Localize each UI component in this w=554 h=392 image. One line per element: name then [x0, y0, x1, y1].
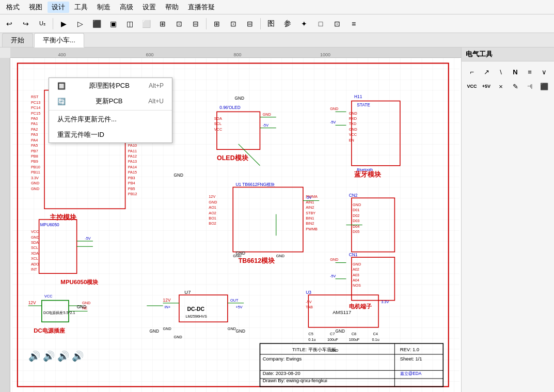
- svg-text:A03: A03: [353, 273, 359, 277]
- svg-text:SDA: SDA: [31, 240, 39, 245]
- svg-text:BO2: BO2: [209, 222, 216, 226]
- toolbar-btn-7[interactable]: ⊞: [155, 17, 170, 31]
- svg-text:A04: A04: [353, 278, 359, 283]
- menu-design[interactable]: 设计: [48, 2, 69, 13]
- menu-geши[interactable]: 格式: [2, 2, 24, 13]
- menu-advanced[interactable]: 高级: [116, 2, 137, 13]
- svg-text:+5V: +5V: [236, 305, 243, 309]
- toolbar-btn-2[interactable]: ▷: [73, 17, 87, 31]
- menu-bar: 格式 视图 设计 工具 制造 高级 设置 帮助 直播答疑: [0, 0, 554, 14]
- electrical-tools-grid: ⌐ ↗ \ N ≡ ∨ VCC +5V × ✎ ⊣| ⬛: [462, 61, 554, 97]
- toolbar: ↩ ↪ U₂ ▶ ▷ ⬛ ▣ ◫ ⬜ ⊞ ⊡ ⊟ ⊞ ⊡ ⊟ 图 参 ✦ □ ⊡…: [0, 14, 554, 33]
- svg-text:电机端子: 电机端子: [349, 303, 372, 309]
- toolbar-btn-1[interactable]: ▶: [56, 17, 71, 31]
- svg-text:GND: GND: [173, 335, 182, 339]
- toolbar-btn-6[interactable]: ⬜: [139, 17, 153, 31]
- svg-text:VCC: VCC: [31, 229, 39, 234]
- svg-text:TB6612模块: TB6612模块: [239, 257, 276, 264]
- tab-start[interactable]: 开始: [2, 33, 33, 47]
- menu-settings[interactable]: 设置: [138, 2, 160, 13]
- toolbar-search[interactable]: □: [313, 17, 328, 31]
- svg-text:GND: GND: [77, 304, 87, 309]
- toolbar-zoom[interactable]: ⊡: [226, 17, 241, 31]
- svg-text:GND: GND: [209, 200, 217, 205]
- svg-text:-5V: -5V: [306, 195, 311, 200]
- svg-text:D01: D01: [353, 208, 359, 212]
- canvas-area[interactable]: 400 600 800 1000: [0, 48, 461, 392]
- menu-view[interactable]: 视图: [25, 2, 46, 13]
- toolbar-btn-8[interactable]: ⊡: [172, 17, 186, 31]
- svg-text:VCC: VCC: [214, 127, 222, 132]
- elec-component[interactable]: ⬛: [538, 80, 550, 92]
- svg-text:嘉立@EDA: 嘉立@EDA: [400, 371, 422, 376]
- svg-text:TITLE: 平衡小车底板: TITLE: 平衡小车底板: [292, 347, 336, 352]
- toolbar-drc[interactable]: ✦: [297, 17, 311, 31]
- menu-live[interactable]: 直播答疑: [184, 2, 219, 13]
- svg-text:U1 TB6612FNG模块: U1 TB6612FNG模块: [236, 182, 275, 187]
- elec-wire[interactable]: ⌐: [466, 66, 478, 78]
- svg-text:GND: GND: [336, 328, 345, 334]
- elec-net[interactable]: N: [509, 66, 521, 78]
- svg-text:PC14: PC14: [31, 105, 40, 110]
- svg-text:C8: C8: [352, 332, 356, 336]
- svg-text:PA5: PA5: [31, 143, 38, 148]
- elec-pencil[interactable]: ✎: [509, 80, 521, 92]
- svg-text:AIN2: AIN2: [306, 205, 314, 210]
- elec-5v[interactable]: +5V: [480, 80, 493, 92]
- toolbar-grid[interactable]: ⊞: [210, 17, 224, 31]
- menu-tools[interactable]: 工具: [70, 2, 92, 13]
- toolbar-sep-2: [206, 18, 207, 29]
- svg-text:PA1: PA1: [31, 121, 38, 126]
- svg-text:D02: D02: [353, 213, 359, 218]
- menu-schematic-to-pcb[interactable]: 🔲 原理图转PCB Alt+P: [49, 78, 172, 93]
- toolbar-schematic[interactable]: 图: [264, 17, 278, 31]
- toolbar-btn-3[interactable]: ⬛: [89, 17, 104, 31]
- svg-text:GND: GND: [173, 173, 183, 178]
- svg-text:TAB: TAB: [306, 305, 313, 309]
- elec-pin[interactable]: ⊣|: [524, 80, 536, 92]
- svg-text:PB10: PB10: [31, 165, 40, 169]
- svg-text:PA11: PA11: [128, 149, 137, 153]
- toolbar-u2[interactable]: U₂: [35, 17, 50, 31]
- toolbar-netlist[interactable]: 参: [280, 17, 295, 31]
- toolbar-undo[interactable]: ↩: [2, 17, 17, 31]
- svg-text:GND: GND: [353, 202, 361, 207]
- toolbar-fit[interactable]: ⊟: [243, 17, 257, 31]
- toolbar-more[interactable]: ≡: [346, 17, 361, 31]
- svg-text:0.96'OLED: 0.96'OLED: [219, 105, 240, 110]
- svg-text:DC电源插座5.5*2.1: DC电源插座5.5*2.1: [43, 310, 75, 315]
- svg-text:BIN1: BIN1: [306, 216, 314, 221]
- elec-line[interactable]: \: [495, 66, 507, 78]
- toolbar-export[interactable]: ⊡: [330, 17, 344, 31]
- menu-update-pcb[interactable]: 🔄 更新PCB Alt+U: [49, 93, 172, 109]
- right-panel: 电气工具 ⌐ ↗ \ N ≡ ∨ VCC +5V × ✎ ⊣| ⬛: [461, 48, 554, 392]
- elec-vcc[interactable]: VCC: [466, 80, 478, 92]
- svg-text:PA3: PA3: [31, 132, 38, 137]
- svg-text:STATE: STATE: [357, 102, 370, 107]
- svg-text:PB8: PB8: [31, 154, 38, 159]
- design-dropdown-menu: 🔲 原理图转PCB Alt+P 🔄 更新PCB Alt+U 从元件库更新元件..…: [49, 77, 172, 143]
- toolbar-sep-3: [260, 18, 261, 29]
- svg-text:12V: 12V: [163, 297, 171, 303]
- toolbar-redo[interactable]: ↪: [19, 17, 33, 31]
- menu-reset-uid[interactable]: 重置元件唯一ID: [49, 127, 172, 143]
- toolbar-btn-5[interactable]: ◫: [122, 17, 137, 31]
- svg-text:MPU6050: MPU6050: [40, 222, 59, 227]
- svg-text:PB9: PB9: [31, 159, 38, 164]
- svg-text:C5: C5: [308, 332, 313, 336]
- ruler-tick-800: 800: [233, 52, 241, 57]
- elec-cross[interactable]: ×: [495, 80, 507, 92]
- menu-update-from-lib[interactable]: 从元件库更新元件...: [49, 112, 172, 127]
- menu-manufacture[interactable]: 制造: [93, 2, 115, 13]
- elec-bus[interactable]: ↗: [480, 66, 493, 78]
- menu-help[interactable]: 帮助: [161, 2, 183, 13]
- toolbar-btn-4[interactable]: ▣: [106, 17, 120, 31]
- tab-schematic[interactable]: 平衡小车...: [34, 33, 84, 48]
- elec-power[interactable]: ≡: [524, 66, 536, 78]
- elec-ground[interactable]: ∨: [538, 66, 550, 78]
- svg-text:Company: Ewings: Company: Ewings: [263, 356, 302, 362]
- svg-text:BIN2: BIN2: [306, 222, 314, 226]
- toolbar-btn-9[interactable]: ⊟: [188, 17, 203, 31]
- svg-text:RXD: RXD: [349, 116, 357, 121]
- svg-text:12V: 12V: [28, 300, 36, 305]
